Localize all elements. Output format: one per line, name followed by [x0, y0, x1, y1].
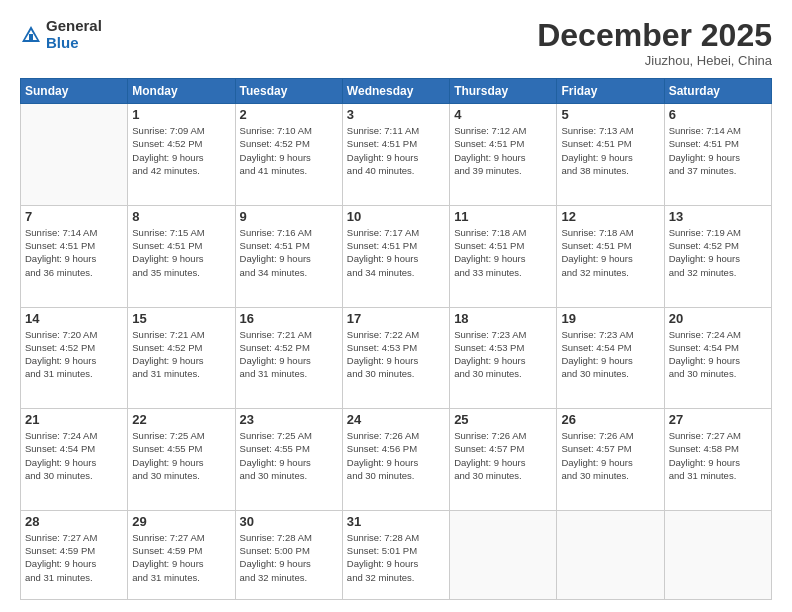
day-cell: 29Sunrise: 7:27 AMSunset: 4:59 PMDayligh…: [128, 510, 235, 599]
day-info: Sunrise: 7:12 AMSunset: 4:51 PMDaylight:…: [454, 124, 552, 177]
calendar-table: SundayMondayTuesdayWednesdayThursdayFrid…: [20, 78, 772, 600]
day-info: Sunrise: 7:26 AMSunset: 4:57 PMDaylight:…: [561, 429, 659, 482]
day-number: 26: [561, 412, 659, 427]
day-info: Sunrise: 7:20 AMSunset: 4:52 PMDaylight:…: [25, 328, 123, 381]
day-number: 8: [132, 209, 230, 224]
logo: General Blue: [20, 18, 102, 51]
header-row: SundayMondayTuesdayWednesdayThursdayFrid…: [21, 79, 772, 104]
day-cell: 27Sunrise: 7:27 AMSunset: 4:58 PMDayligh…: [664, 409, 771, 511]
col-header-thursday: Thursday: [450, 79, 557, 104]
day-number: 3: [347, 107, 445, 122]
week-row-3: 14Sunrise: 7:20 AMSunset: 4:52 PMDayligh…: [21, 307, 772, 409]
day-number: 2: [240, 107, 338, 122]
day-cell: 10Sunrise: 7:17 AMSunset: 4:51 PMDayligh…: [342, 205, 449, 307]
day-cell: [664, 510, 771, 599]
day-info: Sunrise: 7:15 AMSunset: 4:51 PMDaylight:…: [132, 226, 230, 279]
day-number: 30: [240, 514, 338, 529]
day-cell: 24Sunrise: 7:26 AMSunset: 4:56 PMDayligh…: [342, 409, 449, 511]
day-cell: 2Sunrise: 7:10 AMSunset: 4:52 PMDaylight…: [235, 104, 342, 206]
day-cell: 21Sunrise: 7:24 AMSunset: 4:54 PMDayligh…: [21, 409, 128, 511]
subtitle: Jiuzhou, Hebei, China: [537, 53, 772, 68]
day-cell: 14Sunrise: 7:20 AMSunset: 4:52 PMDayligh…: [21, 307, 128, 409]
day-info: Sunrise: 7:22 AMSunset: 4:53 PMDaylight:…: [347, 328, 445, 381]
day-cell: 20Sunrise: 7:24 AMSunset: 4:54 PMDayligh…: [664, 307, 771, 409]
day-info: Sunrise: 7:24 AMSunset: 4:54 PMDaylight:…: [25, 429, 123, 482]
day-number: 19: [561, 311, 659, 326]
day-number: 7: [25, 209, 123, 224]
col-header-monday: Monday: [128, 79, 235, 104]
day-number: 6: [669, 107, 767, 122]
day-cell: 6Sunrise: 7:14 AMSunset: 4:51 PMDaylight…: [664, 104, 771, 206]
logo-icon: [20, 24, 42, 46]
day-info: Sunrise: 7:26 AMSunset: 4:56 PMDaylight:…: [347, 429, 445, 482]
day-number: 20: [669, 311, 767, 326]
day-info: Sunrise: 7:18 AMSunset: 4:51 PMDaylight:…: [454, 226, 552, 279]
week-row-2: 7Sunrise: 7:14 AMSunset: 4:51 PMDaylight…: [21, 205, 772, 307]
day-cell: 7Sunrise: 7:14 AMSunset: 4:51 PMDaylight…: [21, 205, 128, 307]
day-number: 9: [240, 209, 338, 224]
day-number: 24: [347, 412, 445, 427]
day-number: 25: [454, 412, 552, 427]
day-cell: 16Sunrise: 7:21 AMSunset: 4:52 PMDayligh…: [235, 307, 342, 409]
day-number: 12: [561, 209, 659, 224]
day-cell: 12Sunrise: 7:18 AMSunset: 4:51 PMDayligh…: [557, 205, 664, 307]
day-number: 23: [240, 412, 338, 427]
day-number: 18: [454, 311, 552, 326]
day-cell: [21, 104, 128, 206]
day-cell: 13Sunrise: 7:19 AMSunset: 4:52 PMDayligh…: [664, 205, 771, 307]
day-info: Sunrise: 7:11 AMSunset: 4:51 PMDaylight:…: [347, 124, 445, 177]
title-section: December 2025 Jiuzhou, Hebei, China: [537, 18, 772, 68]
day-info: Sunrise: 7:09 AMSunset: 4:52 PMDaylight:…: [132, 124, 230, 177]
col-header-saturday: Saturday: [664, 79, 771, 104]
day-info: Sunrise: 7:21 AMSunset: 4:52 PMDaylight:…: [240, 328, 338, 381]
day-number: 17: [347, 311, 445, 326]
day-number: 15: [132, 311, 230, 326]
day-number: 14: [25, 311, 123, 326]
day-cell: 17Sunrise: 7:22 AMSunset: 4:53 PMDayligh…: [342, 307, 449, 409]
day-cell: 31Sunrise: 7:28 AMSunset: 5:01 PMDayligh…: [342, 510, 449, 599]
logo-general-text: General: [46, 18, 102, 35]
day-number: 27: [669, 412, 767, 427]
col-header-friday: Friday: [557, 79, 664, 104]
day-number: 28: [25, 514, 123, 529]
day-info: Sunrise: 7:14 AMSunset: 4:51 PMDaylight:…: [25, 226, 123, 279]
day-info: Sunrise: 7:26 AMSunset: 4:57 PMDaylight:…: [454, 429, 552, 482]
day-info: Sunrise: 7:16 AMSunset: 4:51 PMDaylight:…: [240, 226, 338, 279]
day-info: Sunrise: 7:13 AMSunset: 4:51 PMDaylight:…: [561, 124, 659, 177]
day-cell: 1Sunrise: 7:09 AMSunset: 4:52 PMDaylight…: [128, 104, 235, 206]
day-info: Sunrise: 7:25 AMSunset: 4:55 PMDaylight:…: [240, 429, 338, 482]
day-cell: 28Sunrise: 7:27 AMSunset: 4:59 PMDayligh…: [21, 510, 128, 599]
day-cell: 5Sunrise: 7:13 AMSunset: 4:51 PMDaylight…: [557, 104, 664, 206]
day-info: Sunrise: 7:27 AMSunset: 4:59 PMDaylight:…: [132, 531, 230, 584]
day-cell: 26Sunrise: 7:26 AMSunset: 4:57 PMDayligh…: [557, 409, 664, 511]
day-number: 13: [669, 209, 767, 224]
day-number: 29: [132, 514, 230, 529]
day-cell: 15Sunrise: 7:21 AMSunset: 4:52 PMDayligh…: [128, 307, 235, 409]
day-cell: 3Sunrise: 7:11 AMSunset: 4:51 PMDaylight…: [342, 104, 449, 206]
day-number: 16: [240, 311, 338, 326]
day-cell: [557, 510, 664, 599]
day-cell: 30Sunrise: 7:28 AMSunset: 5:00 PMDayligh…: [235, 510, 342, 599]
day-info: Sunrise: 7:19 AMSunset: 4:52 PMDaylight:…: [669, 226, 767, 279]
day-info: Sunrise: 7:25 AMSunset: 4:55 PMDaylight:…: [132, 429, 230, 482]
day-info: Sunrise: 7:21 AMSunset: 4:52 PMDaylight:…: [132, 328, 230, 381]
day-info: Sunrise: 7:10 AMSunset: 4:52 PMDaylight:…: [240, 124, 338, 177]
logo-text: General Blue: [46, 18, 102, 51]
day-cell: 4Sunrise: 7:12 AMSunset: 4:51 PMDaylight…: [450, 104, 557, 206]
day-number: 21: [25, 412, 123, 427]
day-cell: 9Sunrise: 7:16 AMSunset: 4:51 PMDaylight…: [235, 205, 342, 307]
day-cell: 8Sunrise: 7:15 AMSunset: 4:51 PMDaylight…: [128, 205, 235, 307]
day-number: 22: [132, 412, 230, 427]
col-header-wednesday: Wednesday: [342, 79, 449, 104]
day-info: Sunrise: 7:27 AMSunset: 4:58 PMDaylight:…: [669, 429, 767, 482]
day-number: 10: [347, 209, 445, 224]
day-info: Sunrise: 7:17 AMSunset: 4:51 PMDaylight:…: [347, 226, 445, 279]
day-cell: 18Sunrise: 7:23 AMSunset: 4:53 PMDayligh…: [450, 307, 557, 409]
col-header-tuesday: Tuesday: [235, 79, 342, 104]
day-info: Sunrise: 7:24 AMSunset: 4:54 PMDaylight:…: [669, 328, 767, 381]
day-number: 5: [561, 107, 659, 122]
day-cell: 19Sunrise: 7:23 AMSunset: 4:54 PMDayligh…: [557, 307, 664, 409]
week-row-4: 21Sunrise: 7:24 AMSunset: 4:54 PMDayligh…: [21, 409, 772, 511]
header: General Blue December 2025 Jiuzhou, Hebe…: [20, 18, 772, 68]
svg-rect-2: [29, 34, 33, 42]
